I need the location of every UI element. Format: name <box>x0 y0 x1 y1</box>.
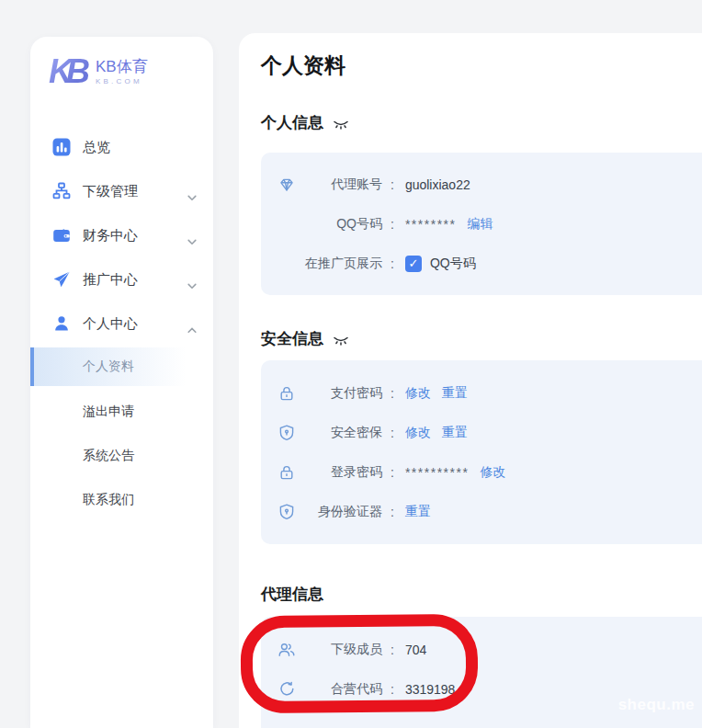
kb-monogram-logo: KB <box>49 53 91 90</box>
colon: : <box>391 256 394 271</box>
lock-icon <box>277 384 296 403</box>
sidebar-item-promotion-center[interactable]: 推广中心 <box>30 257 213 301</box>
submenu-item-label: 个人资料 <box>83 358 134 375</box>
agent-info-section-title: 代理信息 <box>261 586 702 604</box>
user-icon <box>52 314 71 333</box>
users-icon <box>277 641 296 659</box>
modify-link[interactable]: 修改 <box>405 385 431 402</box>
reset-link[interactable]: 重置 <box>442 425 468 441</box>
paper-plane-icon <box>52 270 71 289</box>
personal-info-panel: 代理账号 : guolixiao22 QQ号码 : ******** 编辑 在推… <box>261 153 702 295</box>
submenu-item-label: 系统公告 <box>83 448 134 464</box>
agent-account-row: 代理账号 : guolixiao22 <box>261 165 702 204</box>
shield-icon <box>277 424 296 442</box>
chevron-down-icon <box>187 277 197 283</box>
colon: : <box>391 643 394 657</box>
shield-icon <box>277 503 296 521</box>
watermark-text: shequ.me <box>618 696 695 714</box>
section-title-text: 个人信息 <box>261 114 323 132</box>
submenu-item-contact-us[interactable]: 联系我们 <box>30 478 213 522</box>
colon: : <box>391 682 394 697</box>
login-password-masked-value: ********** <box>405 465 469 480</box>
sidebar-item-label: 推广中心 <box>83 271 187 289</box>
submenu-item-label: 溢出申请 <box>83 404 134 420</box>
field-label: QQ号码 <box>305 216 382 233</box>
field-label: 代理账号 <box>305 176 382 193</box>
sidebar-item-label: 个人中心 <box>83 315 187 333</box>
qq-display-checkbox[interactable]: ✓ <box>405 256 422 272</box>
chevron-down-icon <box>187 188 197 195</box>
colon: : <box>391 426 394 440</box>
payment-password-row: 支付密码 : 修改 重置 <box>261 373 702 413</box>
sidebar-item-label: 总览 <box>83 139 197 156</box>
field-label: 下级成员 <box>305 642 382 658</box>
reset-link[interactable]: 重置 <box>405 504 431 520</box>
field-label: 合营代码 <box>305 681 382 698</box>
bar-chart-icon <box>52 138 71 156</box>
security-info-panel: 支付密码 : 修改 重置 安全密保 : 修改 重置 登录密码 : * <box>261 360 702 544</box>
colon: : <box>391 177 394 192</box>
reset-link[interactable]: 重置 <box>442 385 468 402</box>
affiliate-code-value: 3319198 <box>405 682 456 697</box>
submenu-item-overflow-application[interactable]: 溢出申请 <box>30 390 213 434</box>
sidebar-item-label: 下级管理 <box>83 183 187 200</box>
submenu-item-system-announcement[interactable]: 系统公告 <box>30 434 213 478</box>
edit-link[interactable]: 编辑 <box>467 216 493 233</box>
sidebar: KB KB体育 KB.COM 总览 下级管理 财务中心 <box>30 37 213 728</box>
field-label: 身份验证器 <box>305 504 382 520</box>
main-content: 个人资料 个人信息 代理账号 : guolixiao22 QQ号码 : ****… <box>239 33 702 728</box>
sidebar-item-finance-center[interactable]: 财务中心 <box>30 213 213 257</box>
chevron-up-icon <box>187 321 197 327</box>
modify-link[interactable]: 修改 <box>480 464 505 481</box>
chevron-down-icon <box>187 233 197 239</box>
qq-number-row: QQ号码 : ******** 编辑 <box>261 204 702 244</box>
sidebar-item-subordinate-management[interactable]: 下级管理 <box>30 169 213 213</box>
personal-info-section-title: 个人信息 <box>261 114 702 132</box>
section-title-text: 代理信息 <box>261 586 323 604</box>
loop-icon <box>277 680 296 699</box>
sidebar-item-personal-center[interactable]: 个人中心 <box>30 301 213 346</box>
checkbox-check-icon: ✓ <box>408 257 418 269</box>
sidebar-item-overview[interactable]: 总览 <box>30 125 213 169</box>
submenu-item-profile[interactable]: 个人资料 <box>30 347 213 386</box>
field-label: 安全密保 <box>305 425 382 441</box>
field-label: 登录密码 <box>305 464 382 481</box>
section-title-text: 安全信息 <box>261 330 323 348</box>
brand-name: KB体育 <box>96 58 148 75</box>
sitemap-icon <box>52 182 71 200</box>
security-info-section-title: 安全信息 <box>261 330 702 348</box>
qq-number-masked-value: ******** <box>405 217 457 232</box>
subordinate-members-row: 下级成员 : 704 <box>261 630 702 669</box>
wallet-icon <box>52 226 71 245</box>
brand-domain: KB.COM <box>96 77 148 85</box>
show-on-promo-page-row: 在推广页展示 : ✓ QQ号码 <box>261 244 702 283</box>
field-label: 支付密码 <box>305 385 382 402</box>
lock-icon <box>277 463 296 482</box>
colon: : <box>391 505 394 519</box>
submenu-item-label: 联系我们 <box>83 492 134 508</box>
colon: : <box>391 217 394 232</box>
brand-logo: KB KB体育 KB.COM <box>30 37 213 90</box>
colon: : <box>391 386 394 401</box>
eye-closed-icon[interactable] <box>333 333 349 346</box>
field-label: 在推广页展示 <box>305 256 382 272</box>
colon: : <box>391 465 394 480</box>
login-password-row: 登录密码 : ********** 修改 <box>261 452 702 492</box>
security-question-row: 安全密保 : 修改 重置 <box>261 413 702 452</box>
diamond-icon <box>277 176 296 194</box>
page-title: 个人资料 <box>261 51 702 79</box>
personal-center-submenu: 个人资料 溢出申请 系统公告 联系我们 <box>30 347 213 522</box>
sidebar-item-label: 财务中心 <box>83 227 187 245</box>
agent-account-value: guolixiao22 <box>405 177 470 192</box>
subordinate-members-value: 704 <box>405 643 426 657</box>
authenticator-row: 身份验证器 : 重置 <box>261 492 702 531</box>
eye-closed-icon[interactable] <box>333 117 349 130</box>
sidebar-nav: 总览 下级管理 财务中心 推广中心 <box>30 125 213 522</box>
checkbox-label: QQ号码 <box>430 256 476 272</box>
modify-link[interactable]: 修改 <box>405 425 431 441</box>
